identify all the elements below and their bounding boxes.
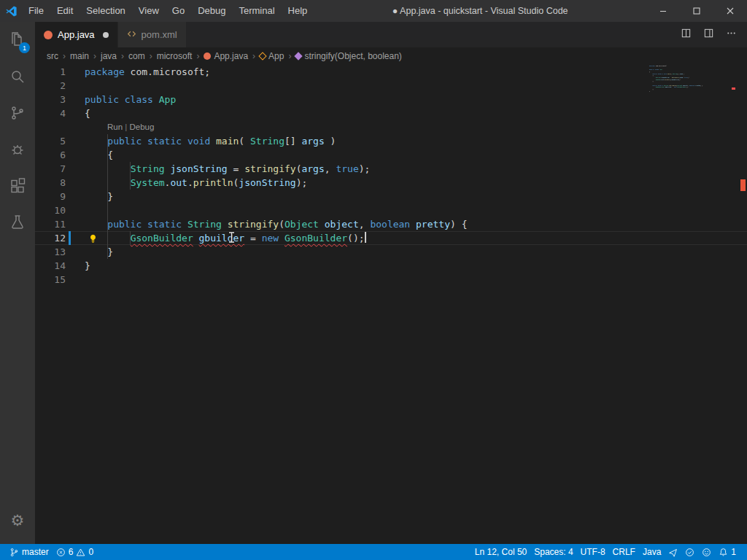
extensions-icon[interactable]: [0, 168, 35, 204]
line-number[interactable]: 2: [35, 79, 66, 93]
menu-view[interactable]: View: [132, 0, 166, 22]
line-number[interactable]: 8: [35, 176, 66, 190]
maximize-button[interactable]: [680, 0, 713, 22]
code-line-text[interactable]: GsonBuilder gbuilder = new GsonBuilder()…: [85, 231, 747, 245]
code-line-text[interactable]: System.out.println(jsonString);: [85, 176, 747, 190]
breadcrumb-item[interactable]: java: [101, 51, 117, 61]
indent-guide: [107, 134, 108, 259]
problems-indicator[interactable]: 6 0: [53, 547, 97, 557]
code-line-text[interactable]: public class App: [85, 93, 747, 106]
code-line[interactable]: 11 public static String stringify(Object…: [35, 217, 747, 231]
breadcrumb-item[interactable]: com: [128, 51, 145, 61]
code-line-text[interactable]: package com.microsoft;: [85, 65, 747, 79]
class-symbol-icon: [258, 52, 266, 60]
line-number[interactable]: 6: [35, 148, 66, 162]
line-number[interactable]: 1: [35, 65, 66, 79]
eol-setting[interactable]: CRLF: [609, 547, 639, 557]
gutter-margin: [66, 259, 85, 273]
breadcrumb-item[interactable]: src: [47, 51, 58, 61]
breadcrumb-item[interactable]: microsoft: [157, 51, 193, 61]
close-button[interactable]: [713, 0, 747, 22]
code-line-text[interactable]: [85, 273, 747, 287]
code-line-text[interactable]: public static String stringify(Object ob…: [85, 217, 747, 231]
code-line-text[interactable]: }: [85, 259, 747, 273]
toggle-layout-icon[interactable]: [703, 28, 714, 42]
line-number[interactable]: 7: [35, 162, 66, 176]
line-number[interactable]: 13: [35, 245, 66, 259]
modified-dot-icon[interactable]: [103, 32, 109, 38]
code-line-text[interactable]: }: [85, 190, 747, 203]
cursor-position[interactable]: Ln 12, Col 50: [471, 547, 530, 557]
code-line[interactable]: 1package com.microsoft;: [35, 65, 747, 79]
minimap[interactable]: package com.microsoft;public class App{ …: [649, 65, 737, 116]
line-number[interactable]: 12: [35, 231, 66, 245]
language-mode[interactable]: Java: [639, 547, 665, 557]
menu-terminal[interactable]: Terminal: [232, 0, 281, 22]
code-line[interactable]: 12 GsonBuilder gbuilder = new GsonBuilde…: [35, 231, 747, 245]
search-icon[interactable]: [0, 58, 35, 95]
codelens-debug-link[interactable]: Debug: [130, 122, 155, 131]
more-actions-icon[interactable]: [726, 28, 737, 42]
code-line-text[interactable]: }: [85, 245, 747, 259]
menu-file[interactable]: File: [22, 0, 50, 22]
code-line[interactable]: 7 String jsonString = stringify(args, tr…: [35, 162, 747, 176]
explorer-files-icon[interactable]: 1: [0, 22, 35, 58]
code-line[interactable]: 13 }: [35, 245, 747, 259]
xml-file-icon: [127, 29, 136, 41]
code-line[interactable]: 14}: [35, 259, 747, 273]
notifications-bell[interactable]: 1: [715, 547, 740, 557]
code-line[interactable]: 5 public static void main( String[] args…: [35, 134, 747, 148]
menu-edit[interactable]: Edit: [50, 0, 80, 22]
code-line[interactable]: 3public class App: [35, 93, 747, 106]
line-number[interactable]: 15: [35, 273, 66, 287]
code-line[interactable]: 10: [35, 203, 747, 217]
code-line-text[interactable]: public static void main( String[] args ): [85, 134, 747, 148]
code-line[interactable]: 2: [35, 79, 747, 93]
menu-debug[interactable]: Debug: [191, 0, 232, 22]
code-line-text[interactable]: [85, 79, 747, 93]
code-line[interactable]: 9 }: [35, 190, 747, 203]
breadcrumb-item[interactable]: App: [260, 51, 284, 61]
java-status-icon[interactable]: [681, 548, 698, 557]
tab-pom-xml[interactable]: pom.xml: [118, 22, 187, 47]
line-number[interactable]: 5: [35, 134, 66, 148]
lightbulb-icon[interactable]: [88, 233, 98, 244]
code-line[interactable]: 15: [35, 273, 747, 287]
test-beaker-icon[interactable]: [0, 204, 35, 241]
code-line[interactable]: 8 System.out.println(jsonString);: [35, 176, 747, 190]
source-control-icon[interactable]: [0, 95, 35, 131]
code-editor[interactable]: 1package com.microsoft;23public class Ap…: [35, 65, 747, 544]
code-line[interactable]: 4{: [35, 106, 747, 120]
line-number[interactable]: 10: [35, 203, 66, 217]
minimize-button[interactable]: [646, 0, 680, 22]
settings-gear-icon[interactable]: ⚙: [0, 502, 35, 538]
encoding-setting[interactable]: UTF-8: [577, 547, 609, 557]
breadcrumb-item[interactable]: stringify(Object, boolean): [295, 51, 401, 61]
split-editor-icon[interactable]: [681, 28, 692, 42]
menu-go[interactable]: Go: [166, 0, 191, 22]
tab-app-java[interactable]: App.java: [35, 22, 118, 47]
code-line-text[interactable]: [85, 203, 747, 217]
breadcrumb-item[interactable]: main: [70, 51, 89, 61]
run-debug-icon[interactable]: [0, 131, 35, 168]
code-line-text[interactable]: {: [85, 106, 747, 120]
line-number[interactable]: 14: [35, 259, 66, 273]
menu-help[interactable]: Help: [282, 0, 314, 22]
gutter-margin: [66, 176, 85, 190]
breadcrumb-item[interactable]: App.java: [204, 51, 248, 61]
line-number[interactable]: 3: [35, 93, 66, 106]
feedback-smiley-icon[interactable]: [698, 548, 715, 557]
menu-selection[interactable]: Selection: [80, 0, 131, 22]
vscode-logo-icon: [0, 5, 22, 18]
code-line-text[interactable]: {: [85, 148, 747, 162]
launch-icon[interactable]: [665, 548, 681, 557]
code-line-text[interactable]: String jsonString = stringify(args, true…: [85, 162, 747, 176]
line-number[interactable]: 4: [35, 106, 66, 120]
code-line[interactable]: 6 {: [35, 148, 747, 162]
indentation-setting[interactable]: Spaces: 4: [530, 547, 576, 557]
codelens-run-link[interactable]: Run: [107, 122, 123, 131]
title-bar: FileEditSelectionViewGoDebugTerminalHelp…: [0, 0, 747, 22]
branch-indicator[interactable]: master: [6, 547, 53, 557]
line-number[interactable]: 9: [35, 190, 66, 203]
line-number[interactable]: 11: [35, 217, 66, 231]
